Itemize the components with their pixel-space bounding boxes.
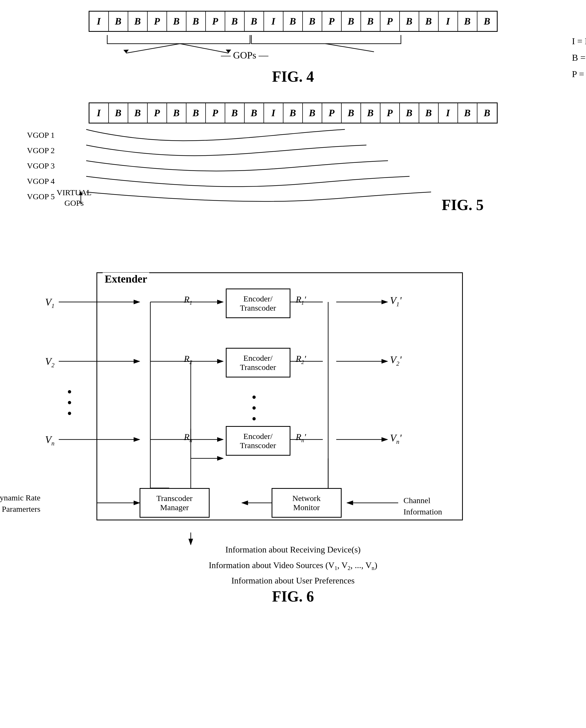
r1prime-label: R1' <box>296 295 306 306</box>
fig4-label: FIG. 4 <box>22 68 564 85</box>
frame-B4: B <box>186 11 206 31</box>
svg-line-4 <box>325 44 374 52</box>
svg-line-0 <box>126 44 180 53</box>
legend-p: P = P-FRAME <box>572 66 586 82</box>
fig6-label: FIG. 6 <box>16 588 570 605</box>
frame-B6: B <box>245 11 264 31</box>
frame-B14: B <box>477 11 497 31</box>
f5-B10: B <box>361 103 380 123</box>
fig5-section: I B B P B B P B B I B B P B B P B B I B <box>22 102 564 216</box>
v1prime-label: V1' <box>390 295 402 308</box>
rn-label: Rn <box>184 432 192 444</box>
vnprime-label: Vn' <box>390 432 402 446</box>
fig5-label: FIG. 5 <box>442 196 484 214</box>
frame-B7: B <box>284 11 303 31</box>
encodern-box: Encoder/Transcoder <box>226 426 290 456</box>
frame-I3: I <box>438 11 458 31</box>
frame-I2: I <box>264 11 284 31</box>
f5-I2: I <box>264 103 284 123</box>
frame-B11: B <box>400 11 419 31</box>
f5-B12: B <box>419 103 438 123</box>
f5-B7: B <box>284 103 303 123</box>
f5-B2: B <box>128 103 148 123</box>
v2-label: V2 <box>45 355 55 369</box>
frame-B5: B <box>225 11 245 31</box>
info-lines: Information about Receiving Device(s) In… <box>37 542 549 588</box>
r2-label: R2 <box>184 354 192 365</box>
frame-P1: P <box>148 11 167 31</box>
transcoder-manager-box: TranscoderManager <box>139 488 210 518</box>
frame-B12: B <box>419 11 438 31</box>
info-line1: Information about Receiving Device(s) <box>37 542 549 558</box>
f5-B14: B <box>477 103 497 123</box>
rnprime-label: Rn' <box>296 432 306 444</box>
network-monitor-box: NetworkMonitor <box>272 488 342 518</box>
frame-B9: B <box>342 11 361 31</box>
f5-B9: B <box>342 103 361 123</box>
frame-B13: B <box>458 11 477 31</box>
frame-P2: P <box>206 11 225 31</box>
fig6-section: Extender <box>16 272 570 605</box>
fig6-svg: • • • • • • <box>37 272 549 585</box>
svg-text:•: • <box>251 411 257 426</box>
encoder2-box: Encoder/Transcoder <box>226 348 290 377</box>
f5-B5: B <box>225 103 245 123</box>
frame-P4: P <box>380 11 400 31</box>
f5-P1: P <box>148 103 167 123</box>
f5-B13: B <box>458 103 477 123</box>
f5-P4: P <box>380 103 400 123</box>
vn-label: Vn <box>45 433 55 447</box>
f5-I3: I <box>438 103 458 123</box>
frame-I1: I <box>89 11 109 31</box>
f5-B8: B <box>303 103 322 123</box>
fig4-legend: I = INTERFRAME B = B-FRAME P = P-FRAME <box>572 33 586 82</box>
legend-i: I = INTERFRAME <box>572 33 586 49</box>
legend-b: B = B-FRAME <box>572 49 586 66</box>
v2prime-label: V2' <box>390 354 402 367</box>
frame-B2: B <box>128 11 148 31</box>
page: I B B P B B P B B I B B P B B P B B I B <box>0 0 586 728</box>
gop-arrows-svg: — GOPs — <box>105 33 482 65</box>
v1-label: V1 <box>45 296 55 309</box>
info-line3: Information about User Preferences <box>37 573 549 588</box>
r2prime-label: R2' <box>296 354 306 365</box>
svg-marker-7 <box>79 191 83 195</box>
f5-P3: P <box>322 103 342 123</box>
f5-B3: B <box>167 103 186 123</box>
f5-B6: B <box>245 103 264 123</box>
frame-B10: B <box>361 11 380 31</box>
frame-B8: B <box>303 11 322 31</box>
frame-P3: P <box>322 11 342 31</box>
f5-B11: B <box>400 103 419 123</box>
encoder1-box: Encoder/Transcoder <box>226 288 290 318</box>
dynamic-rate-label: Dynamic RateParamerters <box>0 492 41 515</box>
channel-info-label: ChannelInformation <box>404 495 442 518</box>
f5-P2: P <box>206 103 225 123</box>
svg-text:— GOPs —: — GOPs — <box>220 50 268 61</box>
f5-B1: B <box>109 103 128 123</box>
frame-B3: B <box>167 11 186 31</box>
frame-B1: B <box>109 11 128 31</box>
svg-text:•: • <box>67 406 72 421</box>
fig4-section: I B B P B B P B B I B B P B B P B B I B <box>22 11 564 85</box>
r1-label: R1 <box>184 295 192 306</box>
f5-B4: B <box>186 103 206 123</box>
f5-I1: I <box>89 103 109 123</box>
vgop-svg <box>22 125 453 216</box>
info-line2: Information about Video Sources (V1, V2,… <box>37 558 549 573</box>
